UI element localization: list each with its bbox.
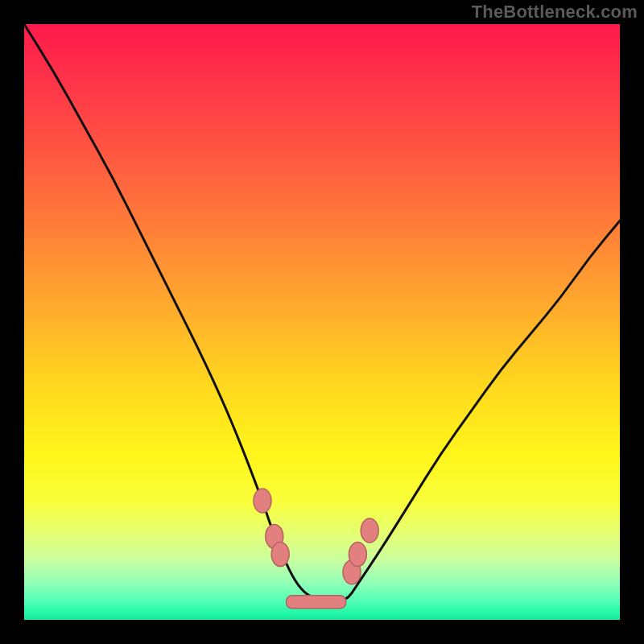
soft-dot bbox=[349, 543, 366, 567]
soft-dot bbox=[361, 518, 378, 543]
soft-dot bbox=[271, 543, 289, 567]
trough-bar bbox=[287, 596, 346, 609]
watermark-text: TheBottleneck.com bbox=[472, 2, 638, 23]
plot-area bbox=[24, 24, 620, 620]
curve-svg bbox=[24, 24, 620, 620]
bottleneck-curve bbox=[24, 24, 620, 602]
soft-dots-group bbox=[254, 489, 378, 584]
chart-frame: TheBottleneck.com bbox=[0, 0, 644, 644]
soft-dot bbox=[254, 489, 271, 513]
